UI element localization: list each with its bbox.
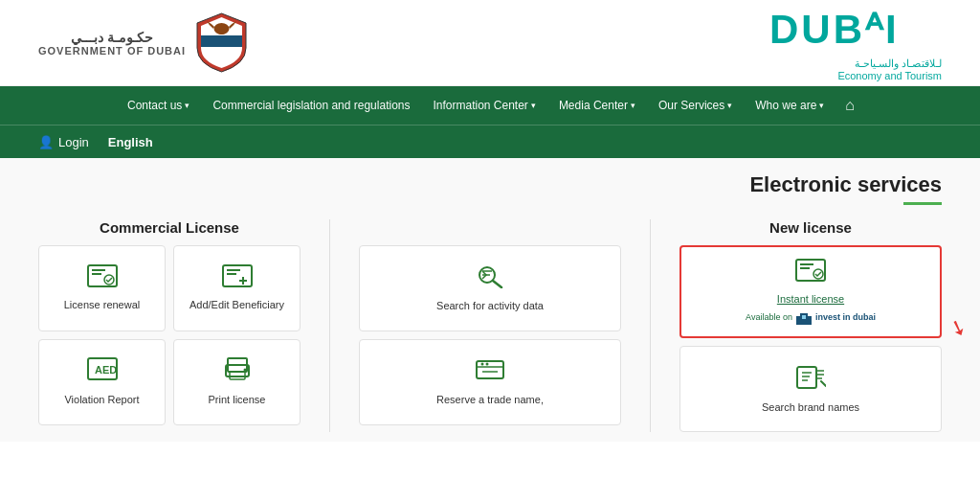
gov-english-text: GOVERNMENT OF DUBAI [38,45,186,57]
nav-home[interactable]: ⌂ [835,86,864,125]
chevron-down-icon: ▾ [631,101,635,110]
divider-2 [650,219,651,432]
commercial-cards-row1: License renewal Add/Edit Beneficiary [38,245,301,331]
license-renewal-icon [87,264,118,293]
svg-rect-10 [227,273,236,275]
reserve-trade-name-label: Reserve a trade name, [436,393,544,406]
gov-arabic-text: حكـومـة دبـــي [71,30,153,45]
gov-dubai-logo: حكـومـة دبـــي GOVERNMENT OF DUBAI [38,11,248,74]
navigation-bar: Contact us ▾ Commercial legislation and … [0,86,980,125]
svg-rect-0 [201,35,242,47]
new-license-cards-row2: Search brand names [679,346,942,432]
chevron-down-icon: ▾ [531,101,536,110]
home-icon: ⌂ [845,97,855,114]
svg-rect-35 [802,315,806,319]
search-activity-icon [475,263,505,294]
nav-items-container: Contact us ▾ Commercial legislation and … [38,86,942,125]
svg-text:AED: AED [95,364,117,376]
add-edit-beneficiary-label: Add/Edit Beneficiary [189,298,284,311]
violation-report-icon: AED [87,357,118,388]
commercial-license-col: Commercial License License renewal [38,219,301,432]
red-arrow-indicator: ➘ [946,314,970,344]
svg-point-25 [481,363,484,366]
print-license-card[interactable]: Print license [173,339,301,425]
nav-media-center[interactable]: Media Center ▾ [547,86,647,125]
svg-rect-29 [800,263,813,265]
dubai-det-logo: DUBᴬI لـلاقتصـاد والسـياحـة Economy and … [769,5,942,81]
search-brand-names-icon [795,365,826,396]
page-title: Electronic services [38,172,942,197]
dubai-subtitle-ar: لـلاقتصـاد والسـياحـة [837,57,942,70]
invest-label: invest in dubai [815,312,876,322]
search-brand-names-label: Search brand names [762,400,859,414]
add-edit-beneficiary-card[interactable]: Add/Edit Beneficiary [173,245,301,331]
svg-rect-34 [808,316,812,325]
commercial-cards-row2: AED Violation Report [38,339,301,425]
commercial-license-title: Commercial License [38,219,301,236]
new-license-title: New license [679,219,942,236]
new-license-col: New license Instant license [679,219,942,432]
middle-cards-row2: Reserve a trade name, [359,339,621,425]
license-renewal-label: License renewal [64,298,141,311]
svg-text:DUBᴬI: DUBᴬI [769,7,900,52]
svg-point-2 [217,29,227,34]
nav-who-we-are[interactable]: Who we are ▾ [744,86,835,125]
license-renewal-card[interactable]: License renewal [38,245,166,331]
gov-shield-icon [195,11,248,74]
instant-license-label: Instant license [777,292,844,306]
svg-line-20 [493,281,501,287]
svg-rect-6 [92,273,101,275]
chevron-down-icon: ▾ [727,101,732,110]
middle-col: placeholder Search for activity data [359,219,621,432]
gov-text: حكـومـة دبـــي GOVERNMENT OF DUBAI [38,30,186,57]
nav-contact-us[interactable]: Contact us ▾ [116,86,201,125]
dubai-subtitle-en: Economy and Tourism [837,70,942,81]
violation-report-label: Violation Report [64,393,139,406]
user-icon: 👤 [38,135,54,149]
svg-rect-9 [227,269,240,271]
nav-commercial-legislation[interactable]: Commercial legislation and regulations [201,86,421,125]
svg-rect-5 [92,269,105,271]
print-license-label: Print license [209,393,266,406]
sub-navigation: 👤 Login English [0,125,980,158]
add-edit-beneficiary-icon [222,264,253,293]
svg-rect-36 [797,367,816,388]
available-on-label: Available on invest in dubai [746,309,876,325]
svg-point-26 [486,363,489,366]
header: حكـومـة دبـــي GOVERNMENT OF DUBAI DUBᴬI [0,0,980,86]
search-brand-names-card[interactable]: Search brand names [679,346,942,432]
login-button[interactable]: 👤 Login [38,135,89,149]
language-toggle[interactable]: English [108,135,153,149]
instant-license-icon [795,259,826,287]
new-license-cards-row1: Instant license Available on invest in d… [679,245,942,338]
dubai-title-text: DUBᴬI [769,5,942,57]
title-underline [903,202,942,205]
reserve-trade-name-card[interactable]: Reserve a trade name, [359,339,621,425]
svg-point-18 [243,369,246,372]
nav-information-center[interactable]: Information Center ▾ [421,86,546,125]
divider-1 [329,219,330,432]
search-activity-card[interactable]: Search for activity data [359,245,621,331]
svg-rect-30 [800,267,810,269]
search-activity-label: Search for activity data [436,299,544,312]
instant-license-card[interactable]: Instant license Available on invest in d… [679,245,942,338]
svg-rect-8 [223,265,252,286]
chevron-down-icon: ▾ [185,101,189,110]
print-license-icon [222,357,253,388]
middle-cards-row1: Search for activity data [359,245,621,331]
main-content: Electronic services Commercial License [0,158,980,442]
nav-our-services[interactable]: Our Services ▾ [647,86,744,125]
violation-report-card[interactable]: AED Violation Report [38,339,166,425]
reserve-trade-name-icon [475,357,505,388]
svg-rect-33 [796,316,800,325]
services-section: Commercial License License renewal [38,219,942,432]
svg-rect-23 [477,361,503,378]
chevron-down-icon: ▾ [819,101,824,110]
